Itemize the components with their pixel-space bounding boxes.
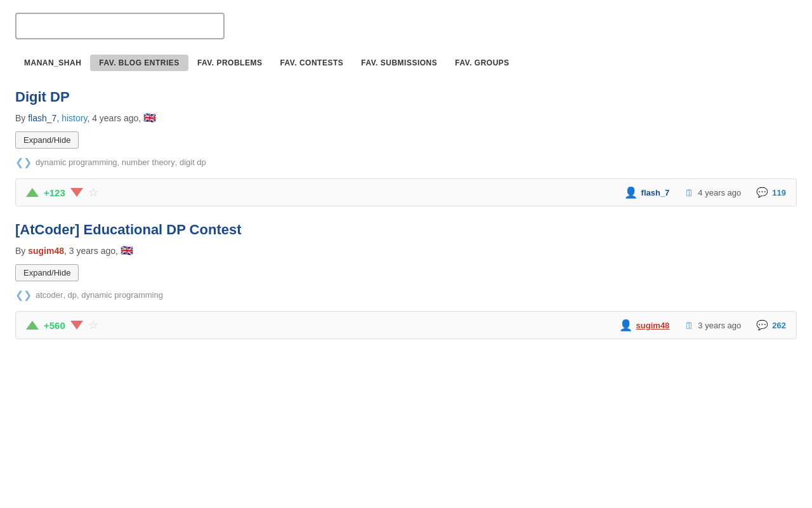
nav-tab-submissions[interactable]: FAV. SUBMISSIONS [352, 55, 446, 71]
tags-icon: ❮❯ [15, 289, 32, 301]
blog-entry: [AtCoder] Educational DP Contest By sugi… [15, 222, 797, 301]
vote-up-button[interactable] [26, 188, 39, 197]
expand-hide-button[interactable]: Expand/Hide [15, 264, 79, 281]
vote-up-button[interactable] [26, 321, 39, 330]
expand-hide-button[interactable]: Expand/Hide [15, 131, 79, 149]
vote-down-button[interactable] [70, 188, 83, 197]
flag-icon: 🇬🇧 [143, 112, 156, 123]
vote-author-group: 👤 sugim48 [619, 319, 670, 332]
user-avatar-icon: 👤 [624, 186, 638, 199]
blog-meta: By sugim48, 3 years ago, 🇬🇧 [15, 244, 797, 257]
author-link[interactable]: flash_7 [28, 113, 56, 123]
tag: number theory [117, 157, 175, 167]
vote-age: 4 years ago [698, 188, 741, 197]
vote-age: 3 years ago [698, 321, 741, 330]
nav-tabs: MANAN_SHAH FAV. BLOG ENTRIES FAV. PROBLE… [15, 55, 797, 71]
comment-icon: 💬 [756, 187, 768, 198]
history-link[interactable]: history [62, 113, 87, 123]
nav-tab-user[interactable]: MANAN_SHAH [15, 55, 90, 71]
tag: digit dp [175, 157, 206, 167]
vote-time-group: 🗓 4 years ago [684, 187, 741, 198]
user-avatar-icon: 👤 [619, 319, 632, 332]
calendar-icon: 🗓 [684, 187, 694, 198]
vote-right: 👤 sugim48 🗓 3 years ago 💬 262 [619, 319, 786, 332]
vote-count: +123 [44, 187, 65, 198]
tag: atcoder [36, 290, 63, 300]
vote-comments-group: 💬 262 [756, 319, 786, 331]
search-input[interactable]: dp [15, 13, 225, 39]
tags-row: ❮❯ atcoderdpdynamic programming [15, 289, 797, 301]
blog-entry: Digit DP By flash_7, history, 4 years ag… [15, 89, 797, 168]
blog-meta: By flash_7, history, 4 years ago, 🇬🇧 [15, 112, 797, 124]
author-link[interactable]: sugim48 [28, 246, 64, 256]
calendar-icon: 🗓 [684, 320, 694, 331]
blog-title[interactable]: Digit DP [15, 89, 70, 105]
comment-icon: 💬 [756, 319, 768, 331]
tag: dynamic programming [36, 157, 117, 167]
nav-tab-contests[interactable]: FAV. CONTESTS [271, 55, 352, 71]
nav-tab-problems[interactable]: FAV. PROBLEMS [188, 55, 272, 71]
vote-count: +560 [44, 320, 65, 331]
vote-author-group: 👤 flash_7 [624, 186, 670, 199]
vote-comments-group: 💬 119 [756, 187, 786, 198]
vote-left: +560 ☆ [26, 318, 98, 332]
nav-tab-groups[interactable]: FAV. GROUPS [446, 55, 518, 71]
vote-right: 👤 flash_7 🗓 4 years ago 💬 119 [624, 186, 786, 199]
vote-bar: +560 ☆ 👤 sugim48 🗓 3 years ago 💬 262 [15, 311, 797, 339]
vote-time-group: 🗓 3 years ago [684, 320, 741, 331]
star-icon[interactable]: ☆ [88, 185, 98, 199]
blog-title[interactable]: [AtCoder] Educational DP Contest [15, 222, 242, 238]
vote-down-button[interactable] [70, 321, 83, 330]
comment-count-link[interactable]: 262 [772, 321, 786, 330]
vote-left: +123 ☆ [26, 185, 98, 199]
vote-bar: +123 ☆ 👤 flash_7 🗓 4 years ago 💬 119 [15, 178, 797, 206]
vote-author-link[interactable]: sugim48 [636, 321, 670, 330]
vote-author-link[interactable]: flash_7 [641, 188, 670, 197]
tags-icon: ❮❯ [15, 156, 32, 168]
flag-icon: 🇬🇧 [121, 245, 133, 256]
comment-count-link[interactable]: 119 [772, 188, 786, 197]
tags-row: ❮❯ dynamic programmingnumber theorydigit… [15, 156, 797, 168]
tag: dynamic programming [77, 290, 163, 300]
star-icon[interactable]: ☆ [88, 318, 98, 332]
tag: dp [63, 290, 77, 300]
nav-tab-blog-entries[interactable]: FAV. BLOG ENTRIES [90, 55, 188, 71]
blog-entries-list: Digit DP By flash_7, history, 4 years ag… [15, 89, 797, 339]
